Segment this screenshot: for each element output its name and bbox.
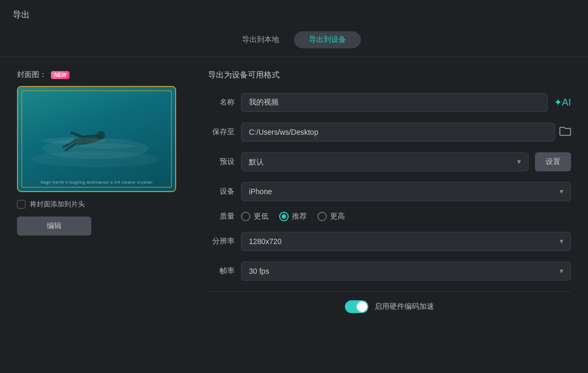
folder-icon[interactable] bbox=[559, 126, 571, 138]
quality-higher[interactable]: 更高 bbox=[317, 212, 345, 221]
name-label: 名称 bbox=[208, 98, 235, 107]
tab-device[interactable]: 导出到设备 bbox=[294, 31, 361, 48]
cover-label-text: 封面图： bbox=[17, 70, 47, 80]
settings-button[interactable]: 设置 bbox=[535, 152, 571, 171]
preset-row: 预设 默认 ▼ 设置 bbox=[208, 152, 571, 171]
section-title: 导出为设备可用格式 bbox=[208, 70, 571, 80]
hardware-row: 启用硬件编码加速 bbox=[208, 300, 571, 313]
save-label: 保存至 bbox=[208, 127, 235, 137]
quality-lower-label: 更低 bbox=[254, 212, 269, 221]
tab-bar: 导出到本地 导出到设备 bbox=[0, 27, 588, 57]
cover-label: 封面图： NEW bbox=[17, 70, 187, 80]
resolution-select[interactable]: 1280x720 bbox=[241, 232, 571, 251]
right-panel: 导出为设备可用格式 名称 ✦AI 保存至 C:/Users/ws/Desktop… bbox=[208, 70, 571, 313]
quality-options: 更低 推荐 更高 bbox=[241, 212, 345, 221]
hardware-label: 启用硬件编码加速 bbox=[375, 302, 434, 311]
cover-decoration bbox=[21, 90, 170, 188]
svg-point-7 bbox=[42, 137, 106, 144]
quality-recommended-label: 推荐 bbox=[292, 212, 307, 221]
cover-image-inner: bage trerth ti bugling antimanue a trit … bbox=[18, 87, 175, 191]
save-path-row: 保存至 C:/Users/ws/Desktop bbox=[208, 123, 571, 142]
cover-caption: bage trerth ti bugling antimanue a trit … bbox=[18, 180, 175, 185]
quality-higher-radio bbox=[317, 212, 327, 221]
quality-label: 质量 bbox=[208, 212, 235, 221]
left-panel: 封面图： NEW bbox=[17, 70, 187, 313]
device-select-wrapper: iPhone ▼ bbox=[241, 182, 571, 201]
preset-select[interactable]: 默认 bbox=[241, 152, 529, 171]
path-text: C:/Users/ws/Desktop bbox=[241, 123, 555, 142]
path-row: C:/Users/ws/Desktop bbox=[241, 123, 571, 142]
edit-button[interactable]: 编辑 bbox=[17, 216, 91, 236]
fps-label: 帧率 bbox=[208, 266, 235, 276]
device-row: 设备 iPhone ▼ bbox=[208, 182, 571, 201]
divider bbox=[208, 291, 571, 292]
quality-recommended-radio bbox=[279, 212, 289, 221]
page-title: 导出 bbox=[0, 0, 588, 27]
svg-line-4 bbox=[72, 133, 85, 138]
add-to-head-checkbox[interactable] bbox=[17, 200, 25, 209]
quality-lower[interactable]: 更低 bbox=[241, 212, 269, 221]
cover-image-container: bage trerth ti bugling antimanue a trit … bbox=[17, 86, 176, 192]
quality-recommended[interactable]: 推荐 bbox=[279, 212, 307, 221]
quality-row: 质量 更低 推荐 更高 bbox=[208, 212, 571, 221]
fps-row: 帧率 30 fps ▼ bbox=[208, 262, 571, 281]
name-row: 名称 ✦AI bbox=[208, 93, 571, 112]
add-to-head-label: 将封面添加到片头 bbox=[30, 199, 85, 209]
new-badge: NEW bbox=[51, 71, 70, 79]
quality-higher-label: 更高 bbox=[330, 212, 345, 221]
svg-point-1 bbox=[32, 151, 159, 167]
resolution-label: 分辨率 bbox=[208, 237, 235, 246]
name-input[interactable] bbox=[241, 93, 548, 112]
add-to-head-row: 将封面添加到片头 bbox=[17, 199, 187, 209]
device-label: 设备 bbox=[208, 187, 235, 196]
resolution-select-wrapper: 1280x720 ▼ bbox=[241, 232, 571, 251]
resolution-row: 分辨率 1280x720 ▼ bbox=[208, 232, 571, 251]
quality-lower-radio bbox=[241, 212, 250, 221]
svg-point-3 bbox=[97, 131, 105, 140]
fps-select[interactable]: 30 fps bbox=[241, 262, 571, 281]
tab-local[interactable]: 导出到本地 bbox=[227, 31, 294, 48]
main-content: 封面图： NEW bbox=[0, 57, 588, 326]
ai-icon[interactable]: ✦AI bbox=[554, 97, 571, 108]
toggle-knob bbox=[357, 301, 367, 312]
svg-point-8 bbox=[80, 143, 133, 149]
hardware-toggle[interactable] bbox=[345, 300, 368, 313]
fps-select-wrapper: 30 fps ▼ bbox=[241, 262, 571, 281]
preset-label: 预设 bbox=[208, 157, 235, 167]
device-select[interactable]: iPhone bbox=[241, 182, 571, 201]
preset-select-wrapper: 默认 ▼ bbox=[241, 152, 529, 171]
